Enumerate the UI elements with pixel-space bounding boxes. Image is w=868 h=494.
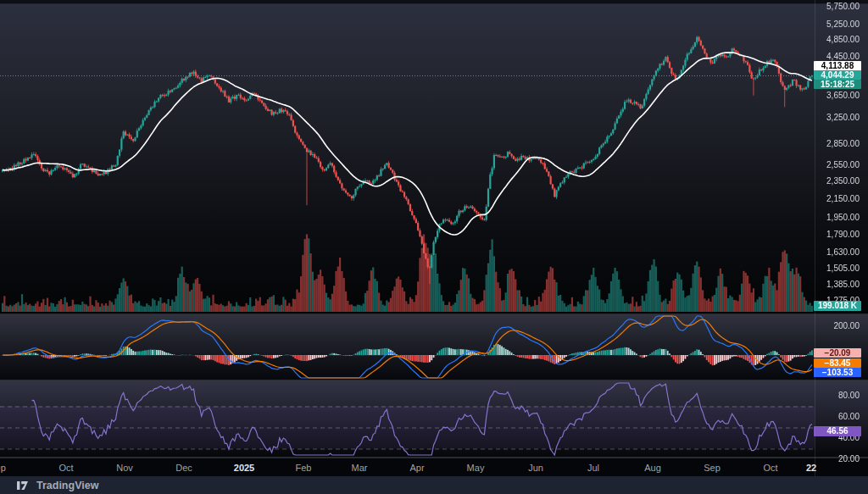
price-tick-label: 2,350.00 [826, 176, 860, 186]
time-tick-aug: Aug [644, 463, 661, 473]
price-tick-label: 3,250.00 [826, 113, 860, 123]
rsi-tick-label: 80.00 [838, 391, 860, 401]
price-tick-label: 1,385.00 [826, 280, 860, 290]
pane-separator[interactable] [0, 380, 868, 380]
price-tick-label: 1,790.00 [826, 230, 860, 240]
price-tick-label: 2,150.00 [826, 194, 860, 204]
volume-value-label: 199.018 K [814, 301, 861, 311]
time-axis[interactable]: SepOctNovDec2025FebMarAprMayJunJulAugSep… [0, 458, 868, 477]
time-tick-2025: 2025 [234, 463, 254, 473]
tradingview-logo-icon [17, 480, 31, 491]
price-axis-border [815, 0, 815, 476]
time-tick-jun: Jun [528, 463, 543, 473]
tradingview-chart-window: 5,750.005,250.004,850.004,450.003,650.00… [0, 0, 868, 494]
price-tick-label: 1,630.00 [826, 247, 860, 258]
time-tick-may: May [467, 463, 485, 473]
price-tick-label: 5,750.00 [826, 2, 860, 12]
macd-value-label: −103.53 [814, 368, 861, 377]
time-tick-dec: Dec [175, 463, 192, 473]
time-tick-sep: Sep [0, 463, 6, 473]
tradingview-logo[interactable]: TradingView [17, 480, 98, 491]
price-tick-label: 4,850.00 [826, 35, 860, 45]
time-tick-apr: Apr [409, 463, 424, 473]
bottom-toolbar: TradingView [0, 476, 868, 494]
rsi-value-label: 46.56 [814, 426, 861, 436]
rsi-tick-label: 20.00 [838, 454, 860, 464]
time-tick-feb: Feb [296, 463, 312, 473]
pane-separator[interactable] [0, 314, 868, 314]
time-tick-sep: Sep [704, 463, 721, 473]
price-tick-label: 1,505.00 [826, 264, 860, 274]
tradingview-logo-text: TradingView [36, 480, 98, 491]
price-tick-label: 3,650.00 [826, 91, 860, 101]
price-tick-label: 1,950.00 [826, 213, 860, 223]
time-tick-oct: Oct [763, 463, 777, 473]
price-tick-label: 2,550.00 [826, 160, 860, 170]
time-tick-nov: Nov [116, 463, 133, 473]
time-tick-mar: Mar [352, 463, 368, 473]
last-price-label: 4,044.29 [814, 70, 861, 80]
price-axis[interactable]: 5,750.005,250.004,850.004,450.003,650.00… [815, 0, 868, 494]
rsi-tick-label: 60.00 [838, 412, 860, 422]
price-tick-label: 2,850.00 [826, 139, 860, 149]
macd-signal-value-label: −83.45 [814, 358, 861, 368]
price-tick-label: 5,250.00 [826, 19, 860, 30]
chart-canvas[interactable] [0, 0, 868, 458]
bar-countdown-label: 15:18:25 [814, 80, 861, 89]
time-tick-jul: Jul [587, 463, 599, 473]
macd-histogram-value-label: −20.09 [814, 348, 861, 358]
macd-tick-label: 200.00 [833, 321, 860, 331]
time-tick-oct: Oct [58, 463, 73, 473]
